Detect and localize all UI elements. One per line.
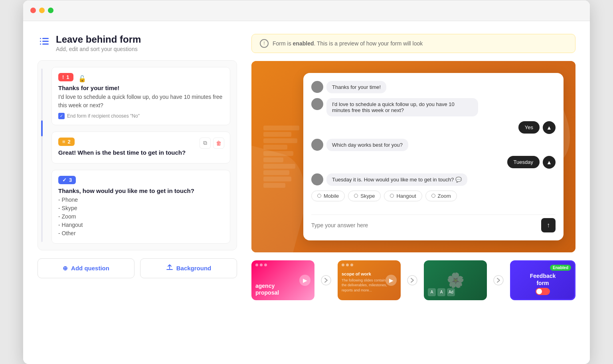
thumb-flower-icon: 🌸 (447, 272, 465, 289)
thumb-label-feedback: Feedback form (527, 272, 559, 286)
add-question-label: Add question (71, 265, 109, 272)
bubble-1: Thanks for your time! (326, 81, 386, 93)
connector-3 (492, 260, 504, 300)
send-btn-2[interactable]: ▲ (543, 156, 556, 169)
svg-point-10 (315, 141, 320, 146)
svg-rect-3 (40, 38, 41, 39)
svg-rect-0 (42, 38, 49, 39)
app-body: Leave behind form Add, edit and sort you… (23, 21, 590, 364)
option-skype[interactable]: Skype (348, 191, 381, 201)
question-3-body: - Phone- Skype- Zoom- Hangout- Other (58, 196, 223, 238)
right-panel: ! Form is enabled. This is a preview of … (251, 34, 575, 351)
left-panel: Leave behind form Add, edit and sort you… (38, 34, 237, 351)
chat-row-4: Tuesday it is. How would you like me to … (311, 173, 556, 186)
option-mobile[interactable]: Mobile (311, 191, 345, 201)
thumb-feedback-form[interactable]: Enabled Feedback form (510, 260, 575, 300)
bubble-2: I'd love to schedule a quick follow up, … (326, 98, 478, 116)
question-item-3[interactable]: ✓ 3 Thanks, how would you like me to get… (51, 170, 230, 244)
thumb-toggle[interactable] (536, 288, 550, 295)
thumb-label-scope: scope of work (342, 272, 371, 276)
copy-button-2[interactable]: ⧉ (200, 138, 211, 149)
delete-button-2[interactable]: 🗑 (213, 138, 224, 149)
submit-answer-button[interactable]: ↑ (541, 218, 556, 232)
svg-rect-2 (42, 43, 49, 45)
svg-point-16 (494, 275, 503, 285)
notice-text: Form is enabled. This is a preview of ho… (273, 40, 423, 47)
thumb-label-agency: agencyproposal (255, 283, 279, 296)
enabled-badge: Enabled (550, 265, 571, 271)
question-2-title: Great! When is the best time to get in t… (58, 149, 223, 156)
scroll-thumb[interactable] (41, 120, 43, 136)
svg-point-9 (313, 106, 321, 110)
question-item-2[interactable]: ⧉ 🗑 ≡ 2 Great! When is the best time to … (51, 132, 230, 163)
scroll-indicator (41, 69, 43, 242)
reply-yes-row: Yes ▲ (311, 121, 556, 134)
svg-point-13 (313, 181, 321, 185)
avatar-4 (311, 173, 323, 185)
thumbnails-row: agencyproposal ▶ scope of work The follo… (251, 260, 575, 300)
thumb-green-card[interactable]: 🌸 A A Ad (424, 260, 487, 300)
svg-rect-1 (42, 41, 49, 42)
checkbox-checked[interactable]: ✓ (58, 113, 65, 119)
thumb-scope-of-work[interactable]: scope of work The following slides conta… (338, 260, 401, 300)
thumb-icon-a: A (428, 288, 436, 296)
svg-point-8 (315, 100, 320, 105)
question-item-1[interactable]: ! 1 🔓 Thanks for your time! I'd love to … (51, 67, 230, 125)
svg-point-7 (313, 89, 321, 93)
thumb-agency-proposal[interactable]: agencyproposal ▶ (251, 260, 314, 300)
svg-point-15 (407, 275, 417, 285)
svg-rect-4 (40, 41, 41, 42)
svg-point-12 (315, 176, 320, 181)
chat-row-3: Which day works best for you? (311, 139, 556, 151)
add-question-button[interactable]: ⊕ Add question (38, 258, 134, 278)
thumb-icon-c: Ad (447, 288, 455, 296)
svg-rect-5 (40, 43, 41, 45)
info-icon: ! (260, 39, 269, 48)
preview-canvas: © THESOFTWARE.SHOP Thanks for your time! (251, 61, 575, 252)
reply-tuesday: Tuesday (507, 156, 540, 168)
thumb-small-text: The following slides containthe delivera… (342, 278, 387, 293)
avatar-1 (311, 81, 323, 93)
svg-point-6 (315, 83, 320, 88)
titlebar (23, 0, 590, 21)
send-btn-1[interactable]: ▲ (543, 121, 556, 134)
options-row: Mobile Skype Hangout Zoom (311, 191, 556, 201)
chat-row-1: Thanks for your time! (311, 81, 556, 93)
browser-window: Leave behind form Add, edit and sort you… (23, 0, 590, 364)
lock-icon: 🔓 (78, 75, 86, 83)
thumb-arrow-1: ▶ (299, 275, 310, 286)
question-2-actions: ⧉ 🗑 (200, 138, 224, 149)
thumb-icon-b: A (437, 288, 445, 296)
answer-input-row: ↑ (311, 214, 556, 232)
thumb-arrow-2: ▶ (386, 275, 397, 286)
list-icon (38, 35, 50, 50)
background-label: Background (176, 265, 212, 272)
upload-icon (166, 264, 173, 272)
header-texts: Leave behind form Add, edit and sort you… (56, 34, 141, 52)
svg-point-14 (321, 275, 331, 285)
chat-row-2: I'd love to schedule a quick follow up, … (311, 98, 556, 116)
page-subtitle: Add, edit and sort your questions (56, 46, 141, 52)
badge-1: ! 1 (58, 73, 73, 81)
question-3-title: Thanks, how would you like me to get in … (58, 187, 223, 194)
avatar-3 (311, 139, 323, 151)
reply-yes: Yes (518, 121, 540, 134)
option-zoom[interactable]: Zoom (425, 191, 457, 201)
connector-1 (320, 260, 332, 300)
close-button[interactable] (30, 8, 36, 13)
option-hangout[interactable]: Hangout (384, 191, 422, 201)
bubble-4: Tuesday it is. How would you like me to … (326, 173, 467, 186)
avatar-2 (311, 98, 323, 110)
checkbox-label: End form if recipient chooses "No" (67, 113, 140, 119)
questions-container: ! 1 🔓 Thanks for your time! I'd love to … (38, 60, 237, 250)
question-1-checkbox-row: ✓ End form if recipient chooses "No" (58, 113, 223, 119)
background-button[interactable]: Background (140, 258, 237, 278)
preview-notice: ! Form is enabled. This is a preview of … (251, 34, 575, 53)
maximize-button[interactable] (48, 8, 53, 13)
chat-panel: Thanks for your time! I'd love to schedu… (303, 73, 564, 240)
page-header: Leave behind form Add, edit and sort you… (38, 34, 237, 52)
answer-input[interactable] (311, 222, 538, 228)
minimize-button[interactable] (39, 8, 45, 13)
traffic-lights (30, 8, 53, 13)
reply-tuesday-row: Tuesday ▲ (311, 156, 556, 169)
